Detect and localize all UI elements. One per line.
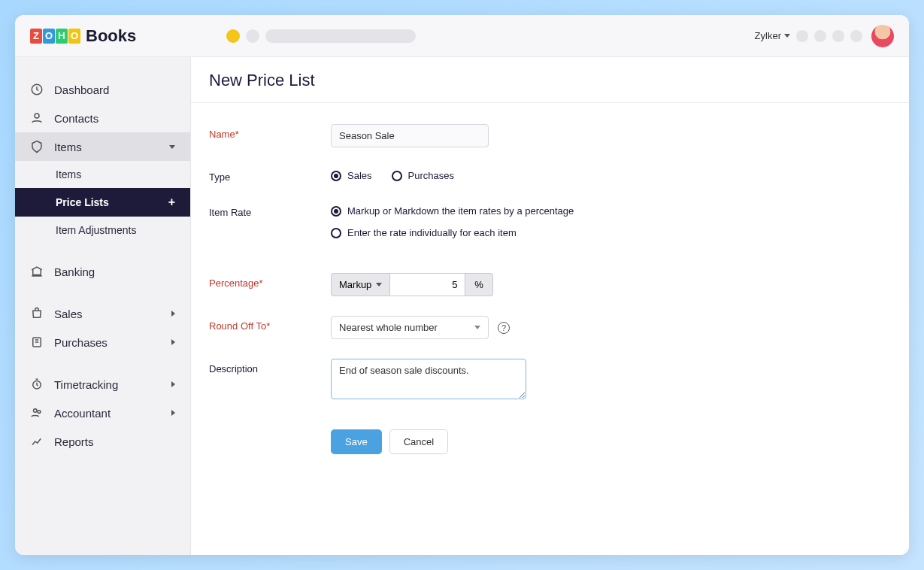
topbar-right: Zylker [755, 25, 894, 47]
form-row-percentage: Percentage* Markup % [209, 273, 891, 296]
sidebar-item-items[interactable]: Items [15, 132, 190, 161]
main-content: New Price List Name* Type [191, 57, 909, 555]
radio-unchecked-icon [392, 171, 402, 181]
top-action-placeholder-4 [850, 30, 862, 42]
item-rate-label: Item Rate [209, 202, 331, 218]
brand-logo[interactable]: Z O H O Books [30, 26, 136, 46]
sidebar-item-label: Item Adjustments [56, 224, 136, 236]
type-radio-purchases[interactable]: Purchases [392, 170, 454, 181]
sidebar-item-label: Reports [54, 435, 94, 448]
sidebar-subitem-price-lists[interactable]: Price Lists + [15, 188, 190, 217]
accountant-icon [30, 406, 44, 420]
svg-point-5 [38, 411, 41, 414]
items-icon [30, 140, 44, 153]
round-off-select[interactable]: Nearest whole number [331, 316, 489, 339]
svg-point-1 [35, 114, 39, 118]
sidebar-item-purchases[interactable]: Purchases [15, 328, 190, 356]
percentage-suffix: % [465, 273, 493, 296]
topbar: Z O H O Books Zylker [15, 15, 909, 57]
page-title: New Price List [209, 71, 891, 90]
chevron-right-icon [171, 381, 175, 387]
chevron-right-icon [171, 311, 175, 317]
save-button[interactable]: Save [331, 429, 382, 454]
sidebar-item-label: Purchases [54, 336, 108, 349]
placeholder-bar [265, 29, 416, 43]
reports-icon [30, 435, 44, 448]
round-off-label: Round Off To* [209, 316, 331, 332]
sidebar-item-label: Items [54, 141, 82, 153]
radio-label: Enter the rate individually for each ite… [347, 227, 517, 238]
item-rate-radio-markup[interactable]: Markup or Markdown the item rates by a p… [331, 205, 574, 217]
form-row-name: Name* [209, 124, 891, 147]
description-textarea[interactable] [331, 359, 526, 399]
sidebar-item-dashboard[interactable]: Dashboard [15, 75, 190, 104]
sidebar-item-sales[interactable]: Sales [15, 299, 190, 328]
sidebar-item-banking[interactable]: Banking [15, 257, 190, 286]
sidebar-item-label: Dashboard [54, 83, 109, 96]
sidebar-item-label: Banking [54, 265, 95, 278]
name-input[interactable] [331, 124, 489, 147]
brand-name: Books [86, 26, 136, 46]
chevron-down-icon [474, 326, 480, 329]
help-icon[interactable]: ? [498, 322, 510, 334]
form-actions: Save Cancel [331, 429, 891, 454]
caret-down-icon [784, 34, 790, 38]
item-rate-radio-individual[interactable]: Enter the rate individually for each ite… [331, 227, 517, 238]
cancel-button[interactable]: Cancel [389, 429, 448, 454]
form-row-round-off: Round Off To* Nearest whole number ? [209, 316, 891, 339]
radio-label: Purchases [408, 170, 454, 181]
sidebar-item-contacts[interactable]: Contacts [15, 104, 190, 132]
banking-icon [30, 265, 44, 278]
topbar-placeholder [226, 29, 416, 43]
percentage-mode-select[interactable]: Markup [331, 273, 390, 296]
form-row-type: Type Sales Purchases [209, 167, 891, 183]
sidebar-item-reports[interactable]: Reports [15, 427, 190, 456]
top-action-placeholder-1 [796, 30, 808, 42]
chevron-down-icon [169, 145, 175, 149]
sidebar-subitem-item-adjustments[interactable]: Item Adjustments [15, 217, 190, 244]
radio-label: Sales [347, 170, 372, 181]
status-dot-icon [226, 29, 240, 43]
sidebar-item-label: Sales [54, 308, 83, 320]
percentage-input[interactable] [390, 273, 465, 296]
timetracking-icon [30, 377, 44, 391]
contacts-icon [30, 111, 44, 125]
page-header: New Price List [191, 57, 909, 103]
sidebar-item-label: Accountant [54, 407, 111, 420]
sidebar-item-label: Timetracking [54, 378, 118, 391]
sales-icon [30, 307, 44, 320]
sidebar-item-label: Price Lists [56, 196, 109, 208]
zoho-logo-icon: Z O H O [30, 29, 81, 44]
form-row-description: Description [209, 359, 891, 402]
plus-icon[interactable]: + [168, 196, 175, 209]
sidebar: Dashboard Contacts Items Items Price Lis… [15, 57, 191, 555]
radio-unchecked-icon [331, 228, 341, 238]
form-row-item-rate: Item Rate Markup or Markdown the item ra… [209, 202, 891, 238]
svg-point-4 [34, 409, 38, 413]
caret-down-icon [376, 283, 382, 287]
placeholder-dot-icon [246, 29, 259, 43]
percentage-mode-value: Markup [339, 279, 371, 290]
type-label: Type [209, 167, 331, 183]
sidebar-item-label: Items [56, 168, 81, 180]
name-label: Name* [209, 124, 331, 140]
description-label: Description [209, 359, 331, 374]
chevron-right-icon [171, 339, 175, 345]
chevron-right-icon [171, 410, 175, 416]
price-list-form: Name* Type Sales [191, 103, 909, 475]
radio-checked-icon [331, 206, 341, 217]
round-off-value: Nearest whole number [339, 322, 438, 333]
purchases-icon [30, 335, 44, 349]
org-name-label: Zylker [755, 30, 781, 41]
app-body: Dashboard Contacts Items Items Price Lis… [15, 57, 909, 555]
type-radio-sales[interactable]: Sales [331, 170, 372, 181]
radio-checked-icon [331, 171, 341, 181]
sidebar-item-timetracking[interactable]: Timetracking [15, 370, 190, 399]
avatar[interactable] [871, 25, 894, 47]
top-action-placeholder-3 [832, 30, 844, 42]
sidebar-item-label: Contacts [54, 112, 98, 125]
sidebar-subitem-items[interactable]: Items [15, 161, 190, 188]
sidebar-item-accountant[interactable]: Accountant [15, 399, 190, 427]
org-switcher[interactable]: Zylker [755, 30, 790, 41]
percentage-label: Percentage* [209, 273, 331, 289]
